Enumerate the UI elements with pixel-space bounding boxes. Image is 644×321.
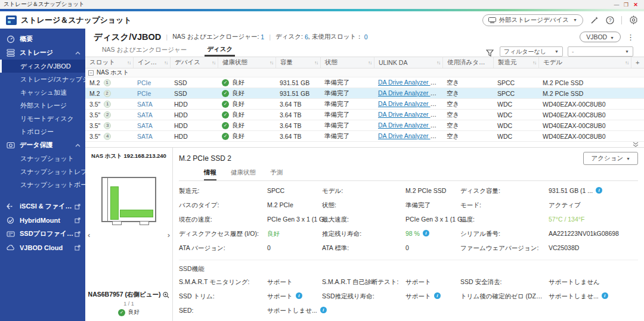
sort-icon[interactable]: ↑↓ xyxy=(530,60,536,66)
field-label: 推定残り寿命: xyxy=(322,230,405,238)
cell-status: 準備完了 xyxy=(320,132,374,141)
field-label: バスのタイプ: xyxy=(179,201,267,210)
sidebar-item-remote-disk[interactable]: リモートディスク xyxy=(0,112,85,125)
action-button[interactable]: アクション ▼ xyxy=(583,152,638,165)
field-label: ATA バージョン: xyxy=(179,244,267,253)
table-row[interactable]: 3.5"2 SATA HDD ✓良好 3.64 TB 準備完了 DA Drive… xyxy=(85,110,644,120)
sidebar-item-vjbod-cloud[interactable]: VJBOD Cloud xyxy=(0,241,85,254)
health-ok-icon: ✓ xyxy=(222,101,229,108)
col-capacity: 容量↑↓ xyxy=(275,57,320,68)
cell-used-type: 空き xyxy=(442,111,493,119)
secondary-select[interactable]: -▼ xyxy=(568,46,633,57)
gauge-icon xyxy=(6,35,15,43)
window-titlebar: ストレージ＆スナップショット — ❐ ✕ xyxy=(0,0,644,9)
sidebar-item-snapshot-vault[interactable]: スナップショットボールト xyxy=(0,178,85,191)
sidebar-item-iscsi-fibre[interactable]: iSCSI & ファイバー... xyxy=(0,200,85,213)
add-column-button[interactable]: + xyxy=(631,57,644,68)
table-group-row[interactable]: −NAS ホスト xyxy=(85,68,644,77)
field-label: ファームウェアバージョン: xyxy=(460,244,549,253)
gear-icon[interactable] xyxy=(629,15,638,24)
app-title: ストレージ＆スナップショット xyxy=(21,15,132,26)
info-icon[interactable]: i xyxy=(596,187,602,194)
sort-icon[interactable]: ↑↓ xyxy=(267,60,273,66)
sidebar-item-hybridmount[interactable]: HybridMount xyxy=(0,213,85,227)
tab-information[interactable]: 情報 xyxy=(204,169,216,180)
table-row[interactable]: 3.5"1 SATA HDD ✓良好 3.64 TB 準備完了 DA Drive… xyxy=(85,99,644,110)
info-icon[interactable]: i xyxy=(602,292,608,299)
field-value: VC25038D xyxy=(549,244,579,251)
field-value: M.2 PCIe xyxy=(267,201,293,208)
sidebar-item-disks-vjbod[interactable]: ディスク/VJBOD xyxy=(0,60,85,73)
sidebar-item-cache-acceleration[interactable]: キャッシュ加速 xyxy=(0,86,85,99)
info-icon[interactable]: i xyxy=(320,307,327,313)
sort-icon[interactable]: ↑↓ xyxy=(623,60,628,66)
chevron-up-icon xyxy=(75,144,80,147)
sidebar-item-overview[interactable]: 概要 xyxy=(0,32,85,46)
col-model: モデル↑↓ xyxy=(538,57,631,68)
wand-icon[interactable] xyxy=(590,16,599,24)
sort-icon[interactable]: ↑↓ xyxy=(125,60,131,66)
sidebar-section-data-protection[interactable]: データ保護 xyxy=(0,138,85,152)
da-drive-analyzer-link[interactable]: DA Drive Analyzer を有効化 xyxy=(378,132,442,139)
da-drive-analyzer-link[interactable]: DA Drive Analyzer を有効化 xyxy=(378,79,442,86)
info-icon[interactable]: i xyxy=(296,292,302,299)
info-icon[interactable]: i xyxy=(423,230,429,236)
col-ulink-da: ULINK DA↑↓ xyxy=(374,57,442,68)
sidebar-section-storage[interactable]: ストレージ xyxy=(0,46,85,60)
external-storage-device-button[interactable]: 外部ストレージデバイス ▼ xyxy=(482,14,583,26)
cell-status: 準備完了 xyxy=(320,79,374,87)
sort-icon[interactable]: ↑↓ xyxy=(162,60,168,66)
col-vendor: 製造元↑↓ xyxy=(493,57,538,68)
sidebar-item-snapshot[interactable]: スナップショット xyxy=(0,152,85,165)
tab-health[interactable]: 健康状態 xyxy=(231,169,256,180)
da-drive-analyzer-link[interactable]: DA Drive Analyzer を有効化 xyxy=(378,121,442,129)
cell-capacity: 3.64 TB xyxy=(275,101,320,108)
da-drive-analyzer-link[interactable]: DA Drive Analyzer を有効化 xyxy=(378,111,442,118)
info-icon[interactable]: i xyxy=(434,292,441,299)
disk-detail-panel: M.2 PCIe SSD 2 アクション ▼ 情報 健康状態 予測 製造元: S… xyxy=(173,148,644,321)
ssd-features-grid: S.M.A.R.T モニタリング: サポート S.M.A.R.T 自己診断テスト… xyxy=(179,278,638,315)
sort-icon[interactable]: ↑↓ xyxy=(434,60,440,66)
table-row[interactable]: M.21 PCIe SSD ✓良好 931.51 GB 準備完了 DA Driv… xyxy=(85,77,644,88)
col-health: 健康状態↑↓ xyxy=(218,57,275,68)
cell-vendor: WDC xyxy=(493,133,538,140)
table-row[interactable]: 3.5"4 SATA HDD ✓良好 3.64 TB 準備完了 DA Drive… xyxy=(85,131,644,142)
nas-enclosure-graphic[interactable] xyxy=(101,177,156,222)
sidebar-item-storage-snapshots[interactable]: ストレージ/スナップショ... xyxy=(0,73,85,86)
sort-icon[interactable]: ↑↓ xyxy=(209,60,215,66)
sidebar-item-topology[interactable]: トポロジー xyxy=(0,125,85,138)
table-row[interactable]: 3.5"3 SATA HDD ✓良好 3.64 TB 準備完了 DA Drive… xyxy=(85,120,644,131)
sidebar-item-snapshot-replica[interactable]: スナップショットレプリカ xyxy=(0,165,85,178)
sort-icon[interactable]: ↑↓ xyxy=(366,60,371,66)
da-drive-analyzer-link[interactable]: DA Drive Analyzer を有効化 xyxy=(378,100,442,107)
cell-model: WD40EZAX-00C8UB0 xyxy=(538,122,631,129)
table-row-selected[interactable]: M.22 PCIe SSD ✓良好 931.51 GB 準備完了 DA Driv… xyxy=(85,88,644,99)
prev-view-arrow[interactable]: ‹ xyxy=(88,230,90,239)
tab-prediction[interactable]: 予測 xyxy=(270,169,283,180)
collapse-group-icon[interactable]: − xyxy=(88,70,94,76)
filter-select[interactable]: フィルターなし▼ xyxy=(500,46,563,57)
tab-disks[interactable]: ディスク xyxy=(205,45,235,57)
col-interface: インター...↑↓ xyxy=(133,57,170,68)
sidebar-item-external-storage[interactable]: 外部ストレージ xyxy=(0,99,85,112)
tab-nas-and-enclosures[interactable]: NAS およびエンクロージャー xyxy=(100,46,189,57)
minimize-button[interactable]: — xyxy=(612,2,621,8)
sort-icon[interactable]: ↑↓ xyxy=(312,60,318,66)
da-drive-analyzer-link[interactable]: DA Drive Analyzer を有効化 xyxy=(378,89,442,96)
temperature-value: 57°C / 134°F xyxy=(549,216,584,223)
sidebar-item-ssd-profiling[interactable]: SSDプロファイリン... xyxy=(0,227,85,241)
slot-number-badge: 1 xyxy=(104,101,111,108)
filter-funnel-icon[interactable] xyxy=(486,49,494,57)
field-value: サポートしませ... xyxy=(549,292,599,301)
field-label: 製造元: xyxy=(179,187,267,195)
vjbod-button[interactable]: VJBOD ▼ xyxy=(580,32,621,42)
next-view-arrow[interactable]: › xyxy=(168,230,170,239)
collapse-panel-icon[interactable] xyxy=(632,142,639,147)
cell-status: 準備完了 xyxy=(320,89,374,98)
maximize-button[interactable]: ❐ xyxy=(621,2,631,8)
help-icon[interactable]: ? xyxy=(606,16,614,24)
zoom-in-icon[interactable] xyxy=(163,292,169,298)
page-header: ディスク/VJBOD | NAS およびエンクロージャー: 1 | ディスク: … xyxy=(85,29,644,44)
more-options-icon[interactable]: ⋮ xyxy=(627,33,634,42)
close-button[interactable]: ✕ xyxy=(631,2,640,8)
